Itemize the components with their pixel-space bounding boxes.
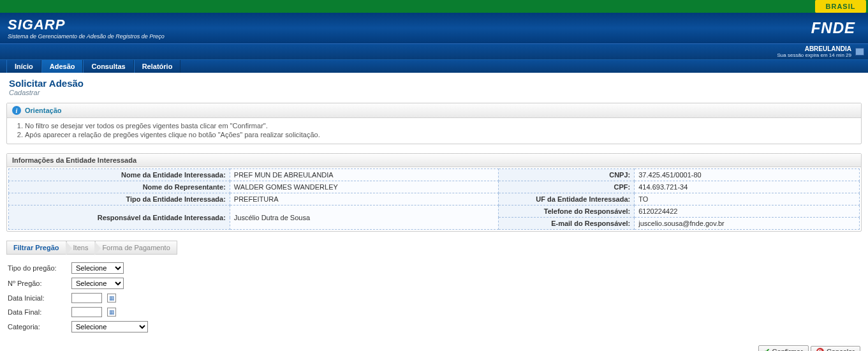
categoria-label: Categoria: <box>8 323 66 331</box>
session-info: Sua sessão expira em 14 min 29 <box>777 52 851 58</box>
main-menu: Início Adesão Consultas Relatório <box>0 59 868 73</box>
form-actions: ✔Confirmar 🛇Cancelar <box>6 343 862 351</box>
entity-panel-title: Informações da Entidade Interessada <box>7 154 861 167</box>
page-title-block: Solicitar Adesão Cadastrar <box>0 73 868 99</box>
val-telefone: 6120224422 <box>635 205 860 218</box>
brasil-badge[interactable]: BRASIL <box>815 0 866 13</box>
lbl-telefone: Telefone do Responsável: <box>498 205 634 218</box>
filter-form: Tipo do pregão: Selecione Nº Pregão: Sel… <box>6 260 862 343</box>
calendar-icon[interactable]: ▦ <box>107 294 116 302</box>
lbl-uf: UF da Entidade Interessada: <box>498 193 634 205</box>
check-icon: ✔ <box>764 347 770 351</box>
val-cnpj: 37.425.451/0001-80 <box>635 169 860 181</box>
lbl-cnpj: CNPJ: <box>498 169 634 181</box>
menu-adesao[interactable]: Adesão <box>41 60 84 73</box>
lbl-representante: Nome do Representante: <box>9 181 230 193</box>
lbl-responsavel: Responsável da Entidade Interessada: <box>9 205 230 230</box>
orientation-title: Orientação <box>25 107 61 114</box>
val-uf: TO <box>635 193 860 205</box>
orientation-item-1: No filtro se desejar ver todos os pregõe… <box>25 122 855 130</box>
logout-icon[interactable] <box>855 48 864 56</box>
categoria-select[interactable]: Selecione <box>71 321 148 332</box>
app-logo: FNDE <box>811 19 860 37</box>
confirmar-button[interactable]: ✔Confirmar <box>758 345 809 351</box>
tipo-pregao-label: Tipo do pregão: <box>8 264 66 272</box>
val-cpf: 414.693.721-34 <box>635 181 860 193</box>
data-final-input[interactable] <box>71 307 102 317</box>
val-responsavel: Juscélio Dutra de Sousa <box>230 205 498 230</box>
num-pregao-select[interactable]: Selecione <box>71 278 124 289</box>
page-subtitle: Cadastrar <box>9 89 859 96</box>
app-title: SIGARP <box>8 17 165 33</box>
step-pagamento[interactable]: Forma de Pagamento <box>95 241 177 255</box>
lbl-tipo-entidade: Tipo da Entidade Interessada: <box>9 193 230 205</box>
orientation-panel: i Orientação No filtro se desejar ver to… <box>6 103 862 144</box>
step-nav: Filtrar Pregão Itens Forma de Pagamento <box>6 241 862 255</box>
user-name: ABREULANDIA <box>777 45 851 52</box>
step-filtrar[interactable]: Filtrar Pregão <box>6 241 66 255</box>
app-header: SIGARP Sistema de Gerenciamento de Adesã… <box>0 13 868 43</box>
info-icon: i <box>12 106 21 115</box>
data-inicial-label: Data Inicial: <box>8 294 66 302</box>
num-pregao-label: Nº Pregão: <box>8 280 66 287</box>
menu-inicio[interactable]: Início <box>6 60 41 73</box>
val-nome-entidade: PREF MUN DE ABREULANDIA <box>230 169 498 181</box>
page-title: Solicitar Adesão <box>9 78 859 89</box>
lbl-nome-entidade: Nome da Entidade Interessada: <box>9 169 230 181</box>
val-email: juscelio.sousa@fnde.gov.br <box>635 218 860 230</box>
cancel-icon: 🛇 <box>816 348 824 351</box>
calendar-icon[interactable]: ▦ <box>107 308 116 317</box>
val-representante: WALDER GOMES WANDERLEY <box>230 181 498 193</box>
entity-panel: Informações da Entidade Interessada Nome… <box>6 153 862 232</box>
data-inicial-input[interactable] <box>71 293 102 303</box>
menu-relatorio[interactable]: Relatório <box>134 60 181 73</box>
menu-consultas[interactable]: Consultas <box>83 60 133 73</box>
lbl-email: E-mail do Responsável: <box>498 218 634 230</box>
app-subtitle: Sistema de Gerenciamento de Adesão de Re… <box>8 33 165 40</box>
val-tipo-entidade: PREFEITURA <box>230 193 498 205</box>
tipo-pregao-select[interactable]: Selecione <box>71 262 124 274</box>
gov-topbar: BRASIL <box>0 0 868 13</box>
entity-table: Nome da Entidade Interessada: PREF MUN D… <box>8 168 860 230</box>
lbl-cpf: CPF: <box>498 181 634 193</box>
cancelar-button[interactable]: 🛇Cancelar <box>811 346 860 351</box>
data-final-label: Data Final: <box>8 308 66 316</box>
user-bar: ABREULANDIA Sua sessão expira em 14 min … <box>0 43 868 59</box>
orientation-item-2: Após aparecer a relação de pregões vigen… <box>25 131 855 138</box>
